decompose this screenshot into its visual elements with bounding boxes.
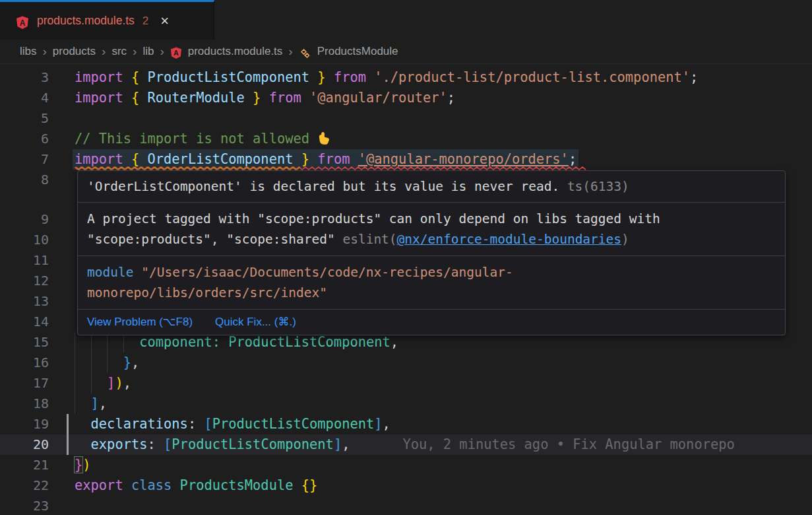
hover-eslint-close-paren: ) <box>621 232 629 247</box>
indent-guide <box>75 332 75 353</box>
breadcrumb-libs[interactable]: libs <box>20 45 37 58</box>
hover-error-source: ts(6133) <box>559 179 629 194</box>
module-path-line2: monorepo/libs/orders/src/index" <box>87 285 327 300</box>
code-content[interactable]: ]), <box>75 373 812 394</box>
line-number: 8 <box>0 170 49 190</box>
code-token: ] <box>107 375 115 391</box>
indent-guide <box>75 394 75 414</box>
code-token: ProductsModule <box>180 477 294 493</box>
close-icon[interactable]: × <box>160 14 169 28</box>
code-token <box>220 334 228 350</box>
code-token: from <box>269 90 309 106</box>
tab-bar: A products.module.ts 2 × <box>0 0 812 40</box>
point-down-icon <box>317 131 330 145</box>
code-token <box>75 436 91 452</box>
breadcrumb-symbol[interactable]: ProductsModule <box>317 45 398 58</box>
line-number: 22 <box>0 475 49 496</box>
code-line-18: 18 ], <box>0 394 812 414</box>
code-content[interactable]: }) <box>75 455 812 475</box>
code-token: declarations <box>91 416 188 432</box>
code-line-21: 21}) <box>0 455 812 475</box>
code-token: , <box>342 436 350 452</box>
code-token: , <box>99 395 107 411</box>
code-token: } <box>309 69 326 85</box>
chevron-right-icon: › <box>133 45 137 57</box>
line-number: 7 <box>0 149 49 170</box>
code-token: ProductListComponent <box>212 416 375 432</box>
code-token: from <box>317 151 358 167</box>
code-content[interactable]: import { ProductListComponent } from './… <box>75 67 812 88</box>
line-number: 5 <box>0 108 49 129</box>
code-token: , <box>383 416 390 432</box>
code-token: // This import is not allowed <box>75 131 317 147</box>
code-token: ProductListComponent <box>148 69 310 85</box>
code-token: } <box>293 151 309 167</box>
hover-error-message: 'OrderListComponent' is declared but its… <box>87 179 559 194</box>
tab-products-module[interactable]: A products.module.ts 2 × <box>0 0 214 40</box>
code-token: export <box>75 477 131 493</box>
svg-text:A: A <box>20 18 26 27</box>
line-number: 16 <box>0 353 49 373</box>
line-number: 14 <box>0 312 49 332</box>
indent-guide <box>107 353 108 373</box>
view-problem-action[interactable]: View Problem (⌥F8) <box>87 315 193 329</box>
quick-fix-action[interactable]: Quick Fix... (⌘.) <box>215 315 296 329</box>
line-number: 20 <box>0 434 49 455</box>
chevron-right-icon: › <box>43 45 47 57</box>
code-token: , <box>131 355 139 370</box>
breadcrumb-src[interactable]: src <box>111 45 127 58</box>
breadcrumb-products[interactable]: products <box>53 45 96 58</box>
code-token: import <box>75 151 131 167</box>
code-token: ] <box>91 395 99 411</box>
code-token: import <box>75 69 131 85</box>
code-content[interactable]: import { OrderListComponent } from '@ang… <box>75 149 812 170</box>
code-content[interactable]: // This import is not allowed <box>75 129 812 149</box>
code-content[interactable]: ], <box>75 394 812 414</box>
code-content[interactable]: declarations: [ProductListComponent], <box>75 414 812 434</box>
hover-actions: View Problem (⌥F8) Quick Fix... (⌘.) <box>78 309 785 335</box>
line-number: 10 <box>0 230 49 250</box>
code-token <box>309 151 317 167</box>
code-line-7: 7import { OrderListComponent } from '@an… <box>0 149 812 170</box>
breadcrumb-lib[interactable]: lib <box>142 45 154 58</box>
hovered-statement-highlight: import { OrderListComponent } from '@ang… <box>73 149 578 170</box>
code-token: [ <box>164 436 172 452</box>
code-token: } <box>245 90 261 106</box>
code-token: : <box>148 436 164 452</box>
code-token: [ <box>204 416 212 432</box>
code-token: , <box>390 334 398 350</box>
code-token: : <box>188 416 204 432</box>
angular-icon: A <box>16 16 29 29</box>
code-token <box>75 395 91 411</box>
git-modified-gutter-bar <box>67 414 69 455</box>
code-token: ) <box>115 375 123 391</box>
hover-eslint-source: eslint( <box>342 232 396 247</box>
line-number: 12 <box>0 271 49 291</box>
error-hover-popup: 'OrderListComponent' is declared but its… <box>77 170 786 335</box>
hover-eslint-error: A project tagged with "scope:products" c… <box>78 202 785 256</box>
breadcrumb-file[interactable]: products.module.ts <box>188 45 283 58</box>
code-content[interactable]: import { RouterModule } from '@angular/r… <box>75 88 812 108</box>
indent-guide <box>75 373 75 394</box>
eslint-rule-link[interactable]: @nx/enforce-module-boundaries <box>397 232 621 247</box>
code-token <box>261 90 268 106</box>
code-content[interactable]: exports: [ProductListComponent],You, 2 m… <box>75 434 812 455</box>
code-token <box>75 416 91 432</box>
code-token: RouterModule <box>148 90 245 106</box>
chevron-right-icon: › <box>288 45 292 57</box>
line-number: 11 <box>0 250 49 271</box>
code-line-22: 22export class ProductsModule {} <box>0 475 812 496</box>
code-token: ; <box>569 151 577 167</box>
code-token: ; <box>447 90 455 106</box>
code-content[interactable] <box>75 496 812 515</box>
code-token: ; <box>690 69 698 85</box>
angular-icon: A <box>170 47 182 59</box>
code-token: , <box>123 375 131 391</box>
code-content[interactable]: export class ProductsModule {} <box>75 475 812 496</box>
tab-problem-count: 2 <box>142 15 148 28</box>
code-token: ProductListComponent <box>172 436 334 452</box>
line-number: 6 <box>0 129 49 149</box>
code-content[interactable]: }, <box>75 353 812 373</box>
code-content[interactable] <box>75 108 812 129</box>
git-blame-annotation: You, 2 minutes ago • Fix Angular monorep… <box>402 436 734 452</box>
